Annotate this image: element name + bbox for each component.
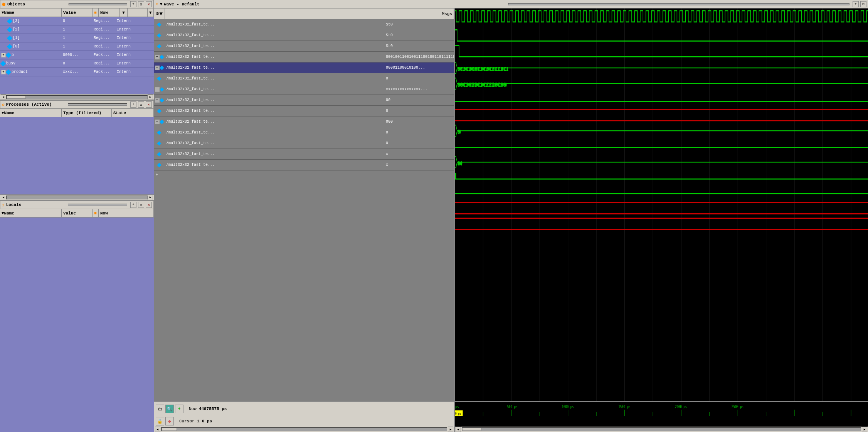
table-row[interactable]: [0] 1 Regi... Intern (0, 42, 154, 51)
table-row[interactable]: busy 0 Regi... Intern (0, 59, 154, 68)
expand-sig-4[interactable]: + (155, 66, 160, 70)
objects-col-arrow: ▼ (120, 8, 128, 17)
svg-text:ps: ps (455, 405, 459, 409)
wave-bottom-now-row: 🗀 🔍 + Now 44975575 ps (154, 402, 868, 416)
processes-panel-restore-btn[interactable]: ⊡ (138, 101, 144, 108)
wave-scrollbar[interactable]: ◄ ► (455, 427, 868, 432)
expand-sig-7[interactable]: + (155, 98, 160, 103)
signal-row-1[interactable]: /mult32x32_fast_te... St0 (154, 30, 454, 41)
diamond-icon (7, 35, 12, 40)
objects-scroll-btn[interactable]: ▼ (148, 8, 154, 17)
signal-row-0[interactable]: /mult32x32_fast_te... St0 (154, 19, 454, 30)
expand-sig-6[interactable]: + (155, 87, 160, 92)
proc-scroll-left-btn[interactable]: ◄ (1, 195, 6, 200)
processes-panel-close-btn[interactable]: ✕ (146, 101, 152, 108)
wave-scroll-right[interactable]: ► (862, 427, 867, 432)
sig-name-12: /mult32x32_fast_te... (165, 152, 385, 156)
wave-bottom-bar: 🗀 🔍 + Now 44975575 ps (154, 401, 868, 432)
obj-name-3: [3] (0, 19, 62, 24)
wave-panel-add-btn[interactable]: + (853, 1, 859, 7)
sig-icon-13 (154, 164, 165, 167)
signal-list-scrollbar[interactable]: ◄ ► (154, 427, 455, 432)
locals-panel-add-btn[interactable]: + (130, 202, 136, 208)
sig-value-13: x (385, 163, 454, 167)
objects-col-name: ▼ Name (0, 8, 62, 17)
processes-table-body (0, 117, 154, 194)
time-ruler: ps 500 ps 1000 ps 1500 ps 2000 ps 2500 p… (455, 402, 868, 416)
now-label: Now (189, 407, 197, 411)
objects-panel-close-btn[interactable]: ✕ (146, 1, 152, 7)
signal-row-5[interactable]: /mult32x32_fast_te... 0 (154, 73, 454, 84)
wave-scroll-left[interactable]: ◄ (456, 427, 461, 432)
cursor-icons: 🔒 ⊖ (156, 417, 174, 425)
objects-panel-restore-btn[interactable]: ⊡ (138, 1, 144, 7)
locals-col-value: Value (62, 209, 93, 217)
processes-panel-add-btn[interactable]: + (130, 101, 136, 108)
signal-row-8[interactable]: /mult32x32_fast_te... 0 (154, 106, 454, 116)
wave-area: ≋ ▼ Wave - Default + ⊡ ≋▼ Msgs (154, 0, 868, 432)
table-row[interactable]: [2] 1 Regi... Intern (0, 25, 154, 34)
objects-scrollbar-h[interactable]: ◄ ► (0, 94, 154, 100)
signal-row-6[interactable]: + /mult32x32_fast_te... xxxxxxxxxxxxxxx.… (154, 84, 454, 95)
sig-name-13: /mult32x32_fast_te... (165, 163, 385, 167)
obj-value-2: 1 (62, 27, 93, 32)
wave-zoom-icon[interactable]: 🔍 (165, 405, 174, 413)
obj-name-busy: busy (0, 61, 62, 66)
objects-panel: ⬟ Objects + ⊡ ✕ ▼ Name Value ■ Now ▼ ▼ (0, 0, 154, 100)
objects-panel-add-btn[interactable]: + (130, 1, 136, 7)
sig-name-1: /mult32x32_fast_te... (165, 33, 385, 37)
table-row[interactable]: + product xxxx... Pack... Intern (0, 68, 154, 76)
cursor-minus-icon[interactable]: ⊖ (165, 417, 174, 425)
waveform-area[interactable]: 000100110010011100100110111110111 000011… (455, 8, 868, 401)
wave-add-icon[interactable]: + (175, 405, 183, 413)
cursor-label: Cursor 1 (179, 419, 200, 424)
signal-row-4[interactable]: + /mult32x32_fast_te... 00001100010100..… (154, 62, 454, 73)
wave-scroll-track[interactable] (462, 427, 861, 431)
obj-value-0: 1 (62, 44, 93, 49)
signal-row-10[interactable]: /mult32x32_fast_te... 0 (154, 127, 454, 138)
cursor-value: 0 ps (202, 419, 212, 424)
objects-panel-icon: ⬟ (2, 2, 6, 7)
obj-value-product: xxxx... (62, 69, 93, 74)
sig-icon-10 (154, 131, 165, 134)
signal-row-7[interactable]: + /mult32x32_fast_te... 00 (154, 95, 454, 106)
signal-row-9[interactable]: + /mult32x32_fast_te... 000 (154, 116, 454, 127)
signal-row-13[interactable]: /mult32x32_fast_te... x (154, 160, 454, 170)
locals-panel-close-btn[interactable]: ✕ (146, 202, 152, 208)
cursor-lock-icon[interactable]: 🔒 (156, 417, 164, 425)
table-row[interactable]: [3] 0 Regi... Intern (0, 17, 154, 25)
sig-scroll-left[interactable]: ◄ (155, 427, 160, 432)
locals-panel-restore-btn[interactable]: ⊡ (138, 202, 144, 208)
sig-icon-0 (154, 23, 165, 26)
obj-kind-1: Intern (116, 35, 154, 40)
wave-folder-icon[interactable]: 🗀 (156, 405, 164, 413)
scroll-right-btn[interactable]: ► (148, 94, 153, 100)
signal-row-2[interactable]: /mult32x32_fast_te... St0 (154, 41, 454, 52)
sig-name-7: /mult32x32_fast_te... (165, 98, 385, 102)
wave-toolbar-icon[interactable]: ≋▼ (156, 10, 163, 17)
expand-sig-3[interactable]: + (155, 55, 160, 59)
locals-col-name: ▼ Name (0, 209, 62, 217)
locals-panel-icon: ⊞ (2, 202, 5, 208)
expand-sig-9[interactable]: + (155, 120, 160, 124)
signal-row-11[interactable]: /mult32x32_fast_te... 0 (154, 138, 454, 149)
obj-type-3: Regi... (93, 19, 116, 24)
processes-scrollbar-h[interactable]: ◄ ► (0, 194, 154, 200)
wave-panel-restore-btn[interactable]: ⊡ (860, 1, 866, 7)
signal-row-12[interactable]: /mult32x32_fast_te... x (154, 149, 454, 160)
obj-type-b: Pack... (93, 52, 116, 57)
expand-b-btn[interactable]: + (1, 53, 6, 57)
scroll-left-btn[interactable]: ◄ (1, 94, 6, 100)
processes-panel-header: ⚙ Processes (Active) + ⊡ ✕ (0, 100, 154, 109)
sig-scroll-right[interactable]: ► (448, 427, 453, 432)
now-text: Now (189, 407, 197, 411)
table-row[interactable]: + b 0000... Pack... Intern (0, 51, 154, 59)
expand-product-btn[interactable]: + (1, 70, 6, 74)
signal-row-3[interactable]: + /mult32x32_fast_te... 0001001100100111… (154, 52, 454, 62)
table-row[interactable]: [1] 1 Regi... Intern (0, 34, 154, 42)
sig-scroll-track[interactable] (161, 427, 447, 431)
wave-dropdown-btn[interactable]: ▼ (160, 2, 163, 7)
locals-table-header: ▼ Name Value ■ Now (0, 209, 154, 218)
objects-col-value: Value (62, 8, 93, 17)
proc-scroll-right-btn[interactable]: ► (148, 195, 153, 200)
